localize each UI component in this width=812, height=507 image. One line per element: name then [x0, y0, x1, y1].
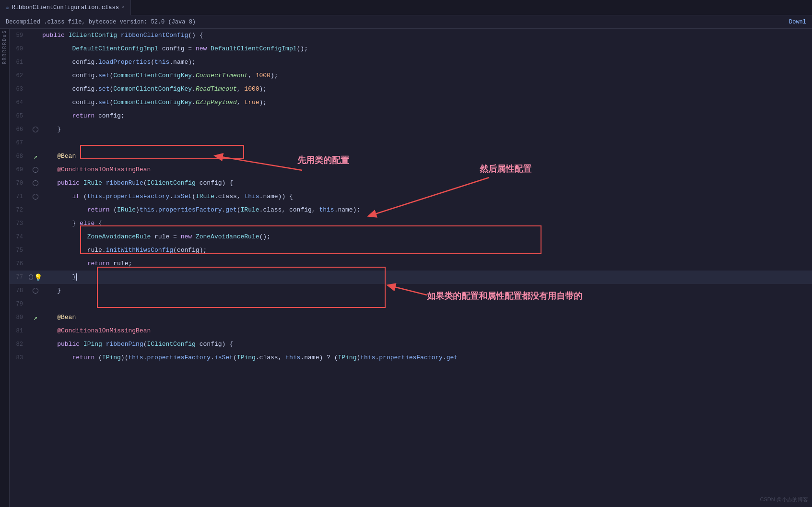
- table-row: 78 }: [10, 284, 812, 297]
- table-row: 79: [10, 297, 812, 311]
- table-row: 66 }: [10, 123, 812, 136]
- table-row: 71 if (this.propertiesFactory.isSet(IRul…: [10, 190, 812, 203]
- file-icon: ☕: [6, 4, 9, 11]
- file-tab[interactable]: ☕ RibbonClientConfiguration.class ×: [0, 0, 131, 15]
- tab-close-button[interactable]: ×: [122, 5, 125, 10]
- tab-bar: ☕ RibbonClientConfiguration.class ×: [0, 0, 812, 15]
- table-row: 63 config.set(CommonClientConfigKey.Read…: [10, 83, 812, 96]
- table-row: 64 config.set(CommonClientConfigKey.GZip…: [10, 96, 812, 109]
- table-row: 61 config.loadProperties(this.name);: [10, 56, 812, 69]
- table-row: 65 return config;: [10, 109, 812, 123]
- info-bar: Decompiled .class file, bytecode version…: [0, 15, 812, 29]
- code-area[interactable]: 59 public IClientConfig ribbonClientConf…: [10, 29, 812, 507]
- table-row: 83 return (IPing)(this.propertiesFactory…: [10, 351, 812, 365]
- table-row: 69 @ConditionalOnMissingBean: [10, 163, 812, 177]
- left-strip: S u D R R R R R R: [0, 29, 10, 507]
- table-row: 80 ↗ @Bean: [10, 311, 812, 324]
- table-row: 75 rule.initWithNiwsConfig(config);: [10, 244, 812, 257]
- table-row: 82 public IPing ribbonPing(IClientConfig…: [10, 338, 812, 351]
- table-row: 81 @ConditionalOnMissingBean: [10, 324, 812, 338]
- table-row: 59 public IClientConfig ribbonClientConf…: [10, 29, 812, 42]
- table-row: 77 💡 }: [10, 271, 812, 284]
- table-row: 60 DefaultClientConfigImpl config = new …: [10, 42, 812, 56]
- table-row: 76 return rule;: [10, 257, 812, 271]
- download-link[interactable]: Downl: [789, 19, 806, 25]
- watermark: CSDN @小志的博客: [760, 496, 808, 503]
- table-row: 68 ↗ @Bean: [10, 150, 812, 163]
- editor-container: S u D R R R R R R 59 public IClientConfi…: [0, 29, 812, 507]
- table-row: 62 config.set(CommonClientConfigKey.Conn…: [10, 69, 812, 83]
- tab-filename: RibbonClientConfiguration.class: [12, 4, 119, 11]
- table-row: 74 ZoneAvoidanceRule rule = new ZoneAvoi…: [10, 230, 812, 244]
- table-row: 67: [10, 136, 812, 150]
- table-row: 73 } else {: [10, 217, 812, 230]
- table-row: 72 return (IRule)this.propertiesFactory.…: [10, 203, 812, 217]
- table-row: 70 public IRule ribbonRule(IClientConfig…: [10, 177, 812, 190]
- decompiled-info: Decompiled .class file, bytecode version…: [6, 19, 196, 25]
